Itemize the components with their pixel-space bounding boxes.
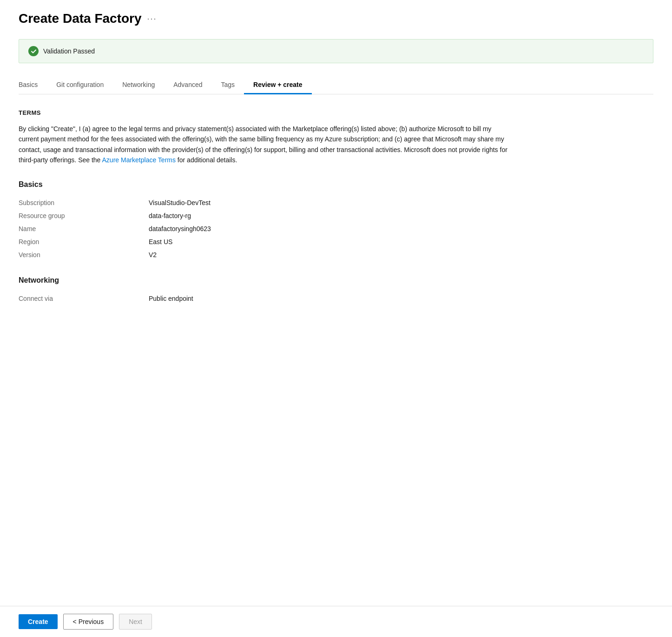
version-label: Version [19,248,149,261]
terms-section: TERMS By clicking "Create", I (a) agree … [19,109,653,166]
name-value: datafactorysingh0623 [149,222,390,235]
terms-section-title: TERMS [19,109,653,116]
terms-text-before-link: By clicking "Create", I (a) agree to the… [19,125,507,164]
next-button: Next [119,614,152,630]
region-value: East US [149,235,390,248]
page-container: Create Data Factory ··· Validation Passe… [0,0,672,637]
tab-basics[interactable]: Basics [19,76,47,94]
connect-via-value: Public endpoint [149,292,390,305]
tab-git-configuration[interactable]: Git configuration [47,76,113,94]
networking-section-title: Networking [19,276,653,285]
validation-text: Validation Passed [43,47,95,55]
azure-marketplace-terms-link[interactable]: Azure Marketplace Terms [102,156,176,164]
name-label: Name [19,222,149,235]
previous-button[interactable]: < Previous [63,614,114,630]
basics-details-table: Subscription VisualStudio-DevTest Resour… [19,196,390,261]
terms-text-after-link: for additional details. [176,156,237,164]
main-content: Create Data Factory ··· Validation Passe… [0,0,672,606]
page-header: Create Data Factory ··· [19,11,653,26]
basics-section: Basics Subscription VisualStudio-DevTest… [19,180,653,261]
connect-via-label: Connect via [19,292,149,305]
create-button[interactable]: Create [19,614,58,629]
networking-details-table: Connect via Public endpoint [19,292,390,305]
footer-bar: Create < Previous Next [0,606,672,637]
tab-networking[interactable]: Networking [113,76,164,94]
terms-text: By clicking "Create", I (a) agree to the… [19,124,511,166]
tab-review-create[interactable]: Review + create [244,76,311,94]
more-options-button[interactable]: ··· [147,14,157,24]
region-label: Region [19,235,149,248]
validation-banner: Validation Passed [19,39,653,63]
subscription-value: VisualStudio-DevTest [149,196,390,209]
tab-advanced[interactable]: Advanced [164,76,211,94]
resource-group-value: data-factory-rg [149,209,390,222]
version-value: V2 [149,248,390,261]
resource-group-label: Resource group [19,209,149,222]
tabs-nav: Basics Git configuration Networking Adva… [19,76,653,94]
page-title: Create Data Factory [19,11,142,26]
tab-tags[interactable]: Tags [212,76,244,94]
validation-passed-icon [28,46,39,56]
subscription-label: Subscription [19,196,149,209]
basics-section-title: Basics [19,180,653,189]
networking-section: Networking Connect via Public endpoint [19,276,653,305]
